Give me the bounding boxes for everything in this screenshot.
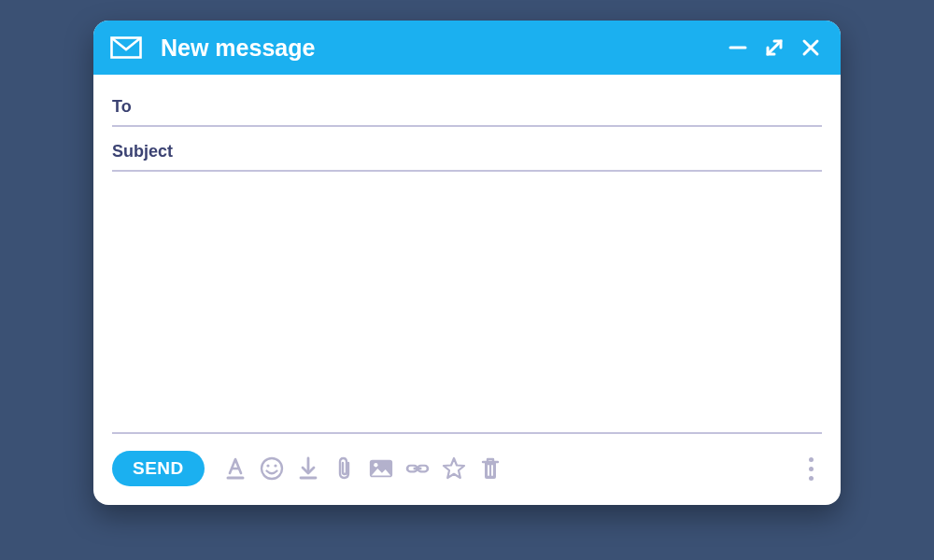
compose-window: New message: [93, 21, 841, 505]
compose-footer: SEND: [112, 438, 822, 490]
link-icon[interactable]: [404, 455, 431, 482]
subject-field-row: Subject: [112, 133, 822, 172]
svg-point-12: [374, 463, 377, 467]
emoji-icon[interactable]: [259, 455, 285, 482]
window-title: New message: [161, 35, 715, 62]
message-textarea[interactable]: [112, 177, 822, 434]
svg-point-8: [274, 464, 276, 467]
to-field-row: To: [112, 88, 822, 127]
insert-download-icon[interactable]: [295, 455, 321, 482]
close-button[interactable]: [801, 38, 820, 57]
subject-label: Subject: [112, 142, 177, 161]
more-options-button[interactable]: [800, 457, 822, 481]
format-text-icon[interactable]: [222, 455, 248, 482]
more-icon: [809, 457, 814, 462]
more-icon: [809, 476, 814, 481]
star-icon[interactable]: [441, 455, 467, 482]
titlebar[interactable]: New message: [93, 21, 841, 75]
minimize-button[interactable]: [729, 38, 747, 57]
to-input[interactable]: [189, 97, 822, 116]
to-label: To: [112, 97, 177, 117]
svg-point-6: [262, 458, 282, 479]
attach-icon[interactable]: [332, 455, 358, 482]
compose-body: To Subject SEND: [93, 75, 841, 505]
window-controls: [729, 37, 820, 58]
more-icon: [809, 467, 814, 471]
svg-point-7: [266, 464, 269, 467]
formatting-toolbar: [222, 455, 503, 482]
fullscreen-button[interactable]: [764, 37, 785, 58]
envelope-icon: [110, 36, 142, 59]
image-icon[interactable]: [368, 455, 394, 482]
subject-input[interactable]: [189, 142, 822, 161]
delete-icon[interactable]: [477, 455, 503, 482]
svg-rect-17: [413, 468, 421, 470]
send-button[interactable]: SEND: [112, 451, 205, 486]
